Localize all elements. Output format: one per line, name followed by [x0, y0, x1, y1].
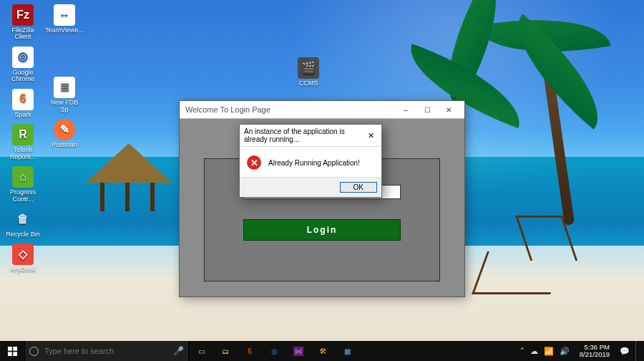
search-icon: [29, 347, 39, 356]
filezilla-icon: Fz: [12, 4, 34, 26]
task-view-icon: ▭: [198, 347, 205, 355]
textfile-icon: ≣: [54, 77, 75, 98]
desktop-icon-anydesk[interactable]: ◇ AnyDesk: [4, 242, 42, 274]
desktop-icon-label: FileZilla Client: [6, 27, 40, 41]
login-window-titlebar[interactable]: Welcome To Login Page – ☐ ✕: [180, 101, 464, 119]
window-minimize-button[interactable]: –: [396, 104, 416, 115]
wallpaper-hut: [86, 143, 172, 208]
telerik-icon: R: [12, 124, 34, 145]
spark-icon: 6: [12, 89, 34, 110]
taskbar-ccms[interactable]: ▦: [335, 341, 359, 361]
microphone-icon[interactable]: 🎤: [173, 346, 184, 356]
taskbar-visual-studio[interactable]: ⋈: [286, 341, 311, 361]
file-explorer-icon: 🗂: [222, 347, 229, 355]
taskbar-chrome[interactable]: ◎: [262, 341, 286, 361]
tools-icon: 🛠: [319, 347, 326, 355]
login-button[interactable]: Login: [243, 219, 401, 241]
desktop-icon-label: Telerik Reporti...: [6, 147, 40, 160]
error-dialog-title: An instance of the application is alread…: [244, 127, 365, 143]
taskbar-clock[interactable]: 5:36 PM 8/21/2019: [575, 344, 614, 358]
chrome-icon: ◎: [271, 347, 278, 355]
visual-studio-icon: ⋈: [293, 347, 303, 356]
error-dialog-ok-button[interactable]: OK: [340, 182, 377, 193]
postman-icon: ✎: [54, 119, 75, 140]
volume-icon[interactable]: 🔊: [560, 347, 570, 356]
anydesk-icon: ◇: [12, 244, 34, 265]
search-input[interactable]: [44, 347, 167, 355]
teamviewer-icon: ↔: [54, 4, 75, 26]
login-window-title: Welcome To Login Page: [185, 105, 270, 114]
desktop-icon-telerik[interactable]: R Telerik Reporti...: [4, 122, 42, 162]
taskbar: 🎤 ▭ 🗂 6 ◎ ⋈ 🛠 ▦ ˄ ☁ 📶 🔊 5:36 PM 8/21/201…: [0, 341, 644, 361]
ccms-icon: 🎬: [298, 57, 319, 79]
svg-rect-3: [13, 352, 17, 356]
chrome-icon: ◎: [12, 47, 34, 68]
start-button[interactable]: [0, 341, 24, 361]
tray-overflow-button[interactable]: ˄: [520, 347, 525, 356]
taskbar-tools[interactable]: 🛠: [311, 341, 335, 361]
desktop-icon-label: Spark: [14, 112, 31, 118]
progress-icon: ⌂: [12, 166, 34, 188]
error-dialog-close-button[interactable]: ✕: [365, 131, 377, 140]
error-dialog-message: Already Running Application!: [268, 159, 360, 167]
wallpaper-chair: [472, 251, 566, 294]
show-desktop-button[interactable]: [635, 341, 640, 361]
svg-rect-2: [8, 352, 12, 356]
spark-icon: 6: [248, 347, 252, 355]
desktop[interactable]: Fz FileZilla Client ◎ Google Chrome 6 Sp…: [0, 0, 644, 341]
network-icon[interactable]: 📶: [544, 347, 554, 356]
window-close-button[interactable]: ✕: [439, 104, 459, 115]
taskbar-search[interactable]: 🎤: [24, 341, 189, 361]
error-dialog: An instance of the application is alread…: [239, 124, 382, 198]
desktop-icon-ccms[interactable]: 🎬 CCMS: [290, 56, 327, 88]
error-dialog-titlebar[interactable]: An instance of the application is alread…: [240, 125, 381, 147]
desktop-icon-filezilla[interactable]: Fz FileZilla Client: [4, 3, 42, 42]
desktop-icon-label: TeamViewe...: [45, 27, 84, 34]
taskbar-task-view[interactable]: ▭: [189, 341, 213, 361]
desktop-icon-postman[interactable]: ✎ Postman: [46, 117, 83, 150]
desktop-icon-spark[interactable]: 6 Spark: [4, 87, 42, 120]
desktop-icon-label: New FDB Sp: [47, 100, 82, 113]
taskbar-file-explorer[interactable]: 🗂: [213, 341, 238, 361]
desktop-icon-label: Progress Contr...: [6, 189, 40, 203]
ccms-task-icon: ▦: [344, 347, 351, 355]
action-center-icon[interactable]: 💬: [620, 347, 630, 356]
recycle-bin-icon: 🗑: [12, 208, 34, 230]
desktop-icon-progress[interactable]: ⌂ Progress Contr...: [4, 165, 42, 204]
desktop-icon-recycle-bin[interactable]: 🗑 Recycle Bin: [4, 207, 42, 239]
desktop-icon-label: Postman: [52, 142, 77, 148]
desktop-icons: Fz FileZilla Client ◎ Google Chrome 6 Sp…: [4, 3, 83, 275]
desktop-icon-chrome[interactable]: ◎ Google Chrome: [4, 45, 42, 85]
taskbar-pinned-apps: ▭ 🗂 6 ◎ ⋈ 🛠 ▦: [189, 341, 359, 361]
desktop-icon-label: Recycle Bin: [6, 231, 40, 238]
taskbar-date: 8/21/2019: [580, 351, 610, 358]
window-maximize-button[interactable]: ☐: [417, 104, 437, 115]
svg-rect-0: [8, 347, 12, 351]
svg-rect-1: [13, 347, 17, 351]
onedrive-icon[interactable]: ☁: [530, 347, 538, 356]
desktop-icon-teamviewer[interactable]: ↔ TeamViewe...: [46, 3, 83, 35]
system-tray: ˄ ☁ 📶 🔊 5:36 PM 8/21/2019 💬: [520, 341, 644, 361]
desktop-icon-label: Google Chrome: [6, 69, 40, 83]
error-icon: ✕: [247, 155, 261, 170]
desktop-icon-label: CCMS: [299, 80, 318, 87]
desktop-icon-newfdb[interactable]: ≣ New FDB Sp: [46, 75, 83, 115]
taskbar-spark[interactable]: 6: [238, 341, 262, 361]
desktop-icon-label: AnyDesk: [10, 266, 36, 273]
